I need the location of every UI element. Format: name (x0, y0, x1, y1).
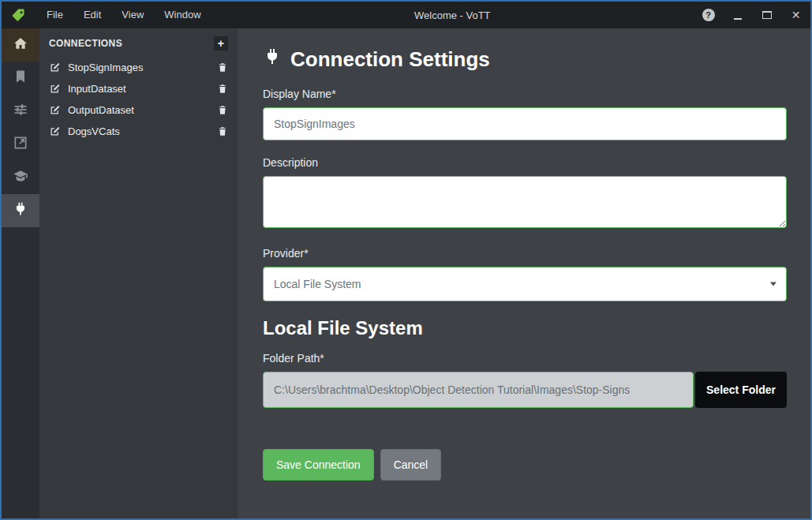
connection-name: InputDataset (68, 83, 210, 95)
trash-icon (217, 104, 228, 116)
provider-section-heading: Local File System (263, 317, 785, 339)
page-title: Connection Settings (263, 47, 785, 72)
app-window: File Edit View Window Welcome - VoTT ? ✕ (0, 0, 812, 520)
description-label: Description (263, 156, 787, 169)
provider-label: Provider* (263, 247, 787, 260)
close-icon: ✕ (791, 9, 801, 21)
bookmark-icon (13, 69, 28, 88)
titlebar: File Edit View Window Welcome - VoTT ? ✕ (2, 2, 810, 28)
sidebar-item-tags[interactable] (2, 62, 39, 95)
cancel-button[interactable]: Cancel (380, 449, 442, 481)
help-icon: ? (702, 9, 715, 21)
connection-name: DogsVCats (68, 125, 210, 137)
sidebar (2, 28, 39, 518)
list-item[interactable]: InputDataset (39, 78, 238, 99)
edit-icon[interactable] (49, 104, 61, 116)
graduation-cap-icon (13, 168, 28, 187)
connection-settings-form: Connection Settings Display Name* Descri… (238, 28, 810, 518)
folder-path-field[interactable] (263, 372, 694, 408)
plug-icon (13, 201, 28, 220)
menu-file[interactable]: File (36, 2, 73, 28)
connections-header-label: CONNECTIONS (49, 38, 122, 49)
sidebar-item-export[interactable] (2, 128, 39, 161)
export-icon (13, 135, 28, 154)
connection-name: StopSignImages (68, 62, 210, 73)
select-folder-button[interactable]: Select Folder (695, 372, 787, 408)
description-field[interactable] (263, 176, 787, 228)
delete-connection-button[interactable] (217, 125, 228, 137)
maximize-icon (762, 11, 772, 19)
sidebar-item-home[interactable] (2, 28, 39, 62)
page-title-text: Connection Settings (290, 47, 490, 72)
help-button[interactable]: ? (694, 2, 723, 28)
sidebar-item-settings[interactable] (2, 95, 39, 128)
folder-path-label: Folder Path* (263, 352, 787, 365)
sidebar-item-active-learning[interactable] (2, 161, 39, 194)
sidebar-item-connections[interactable] (2, 194, 39, 227)
minimize-icon (734, 18, 742, 20)
save-connection-button[interactable]: Save Connection (263, 449, 374, 481)
provider-select-wrap: Local File System (263, 267, 787, 301)
connection-name: OutputDataset (68, 104, 210, 116)
maximize-button[interactable] (752, 2, 781, 28)
folder-path-row: Select Folder (263, 372, 787, 408)
delete-connection-button[interactable] (217, 83, 228, 95)
vott-logo-icon (11, 8, 25, 22)
trash-icon (217, 83, 228, 95)
edit-icon[interactable] (49, 62, 61, 73)
delete-connection-button[interactable] (217, 62, 228, 73)
menu-view[interactable]: View (111, 2, 154, 28)
minimize-button[interactable] (723, 2, 752, 28)
home-icon (13, 36, 28, 54)
provider-select[interactable]: Local File System (263, 267, 787, 301)
connections-panel: CONNECTIONS + StopSignImages InputDatase… (39, 28, 238, 518)
sliders-icon (13, 102, 28, 121)
window-title: Welcome - VoTT (211, 9, 694, 21)
display-name-field[interactable] (263, 107, 787, 140)
delete-connection-button[interactable] (217, 104, 228, 116)
menu-edit[interactable]: Edit (73, 2, 111, 28)
trash-icon (217, 62, 228, 73)
window-controls: ? ✕ (694, 2, 810, 28)
trash-icon (217, 125, 228, 137)
list-item[interactable]: StopSignImages (39, 57, 238, 78)
edit-icon[interactable] (49, 125, 61, 137)
edit-icon[interactable] (49, 83, 61, 95)
list-item[interactable]: OutputDataset (39, 99, 238, 121)
list-item[interactable]: DogsVCats (39, 121, 238, 142)
connections-panel-header: CONNECTIONS + (39, 28, 238, 57)
close-button[interactable]: ✕ (781, 2, 810, 28)
form-actions: Save Connection Cancel (263, 449, 785, 481)
display-name-label: Display Name* (263, 88, 787, 100)
menu-window[interactable]: Window (154, 2, 211, 28)
add-connection-button[interactable]: + (214, 36, 228, 51)
plug-icon (263, 47, 282, 72)
